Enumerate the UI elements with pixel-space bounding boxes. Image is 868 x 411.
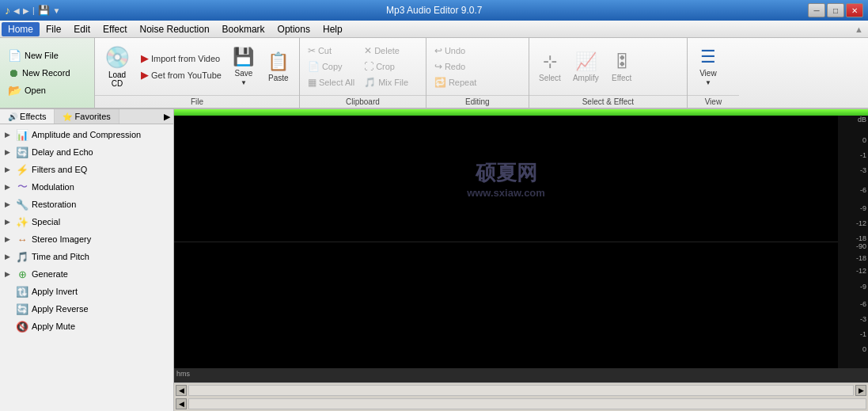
select-all-button[interactable]: ▦ Select All	[305, 75, 358, 89]
app-title: Mp3 Audio Editor 9.0.7	[61, 5, 808, 16]
copy-button[interactable]: 📄 Copy	[305, 59, 358, 74]
crop-icon: ⛶	[364, 61, 373, 72]
waveform-bottom-channel	[174, 242, 838, 368]
select-button[interactable]: ⊹ Select	[534, 49, 566, 85]
undo-icon: ↩	[434, 45, 442, 56]
effect-filters[interactable]: ▶ ⚡ Filters and EQ	[0, 161, 173, 178]
ribbon-section-editing: ↩ Undo ↪ Redo 🔁 Repeat Editing	[426, 38, 529, 108]
scrollbar-area: ◀ ▶	[174, 382, 868, 397]
file-section-content: 💿 LoadCD ▶ Import from Video ▶ Get from …	[95, 38, 299, 95]
mix-file-button[interactable]: 🎵 Mix File	[361, 75, 411, 89]
new-record-button[interactable]: ⏺ New Record	[5, 65, 89, 81]
get-youtube-button[interactable]: ▶ Get from YouTube	[138, 67, 225, 82]
import-video-button[interactable]: ▶ Import from Video	[138, 51, 225, 66]
maximize-button[interactable]: □	[827, 3, 844, 17]
menu-noise[interactable]: Noise Reduction	[134, 22, 216, 36]
effect-stereo[interactable]: ▶ ↔ Stereo Imagery	[0, 230, 173, 248]
waveform-top-channel: 硕夏网 www.sxiaw.com	[174, 116, 838, 242]
timeline-hms: hms	[174, 370, 192, 378]
save-button[interactable]: 💾 Save ▼	[228, 44, 260, 89]
expand-arrow: ▶	[5, 235, 13, 243]
view-icon: ☰	[700, 47, 716, 67]
amplify-icon: 📈	[575, 51, 597, 72]
file-section-label: File	[95, 95, 299, 108]
ribbon-section-clipboard: ✂ Cut 📄 Copy ▦ Select All ✕ Delete	[300, 38, 426, 108]
scroll-track-2[interactable]	[188, 398, 866, 409]
view-button[interactable]: ☰ View ▼	[692, 44, 724, 89]
view-dropdown-arrow: ▼	[705, 79, 711, 86]
editing-section-content: ↩ Undo ↪ Redo 🔁 Repeat	[426, 38, 529, 95]
scroll-left-button[interactable]: ◀	[176, 385, 187, 396]
tab-favorites[interactable]: ⭐ Favorites	[55, 109, 119, 124]
special-icon: ✨	[16, 215, 28, 228]
paste-icon: 📋	[267, 51, 289, 72]
effect-time-pitch[interactable]: ▶ 🎵 Time and Pitch	[0, 248, 173, 265]
effect-generate[interactable]: ▶ ⊕ Generate	[0, 265, 173, 283]
scroll-track[interactable]	[188, 385, 854, 396]
tab-effects[interactable]: 🔊 Effects	[0, 109, 55, 124]
open-button[interactable]: 📂 Open	[5, 82, 89, 98]
app-icon: ♪	[5, 4, 10, 17]
amplify-button[interactable]: 📈 Amplify	[569, 49, 603, 85]
menu-file[interactable]: File	[40, 22, 67, 36]
save-dropdown-arrow: ▼	[241, 79, 247, 86]
waveform-progress-fill	[174, 109, 868, 116]
expand-arrow: ▶	[5, 270, 13, 278]
load-cd-button[interactable]: 💿 LoadCD	[100, 43, 135, 90]
title-bar: ♪ ◀ ▶ | 💾 ▼ Mp3 Audio Editor 9.0.7 ─ □ ✕	[0, 0, 868, 21]
quick-access: 📄 New File ⏺ New Record 📂 Open	[0, 38, 95, 108]
ribbon: 📄 New File ⏺ New Record 📂 Open 💿 LoadCD …	[0, 38, 868, 109]
effect-apply-reverse[interactable]: ▶ 🔄 Apply Reverse	[0, 300, 173, 318]
clipboard-section-label: Clipboard	[300, 95, 426, 108]
new-file-button[interactable]: 📄 New File	[5, 48, 89, 63]
expand-arrow: ▶	[5, 148, 13, 156]
save-icon: 💾	[233, 47, 254, 67]
mix-icon: 🎵	[364, 77, 376, 88]
minimize-button[interactable]: ─	[808, 3, 825, 17]
ribbon-collapse[interactable]: ▲	[855, 25, 866, 34]
new-file-icon: 📄	[8, 49, 21, 62]
menu-help[interactable]: Help	[316, 22, 349, 36]
waveform-progress-bar	[174, 109, 868, 116]
favorites-tab-icon: ⭐	[63, 112, 72, 121]
timeline: hms 1 2 3 4 5 6 7 8 9	[174, 368, 868, 382]
effect-apply-invert[interactable]: ▶ 🔃 Apply Invert	[0, 283, 173, 300]
clipboard-col2: ✕ Delete ⛶ Crop 🎵 Mix File	[361, 44, 411, 89]
waveform-main: 硕夏网 www.sxiaw.com dB 0 -1 -3 -6 -9 -12 -…	[174, 116, 868, 368]
menu-home[interactable]: Home	[2, 22, 40, 36]
effect-button[interactable]: 🎛 Effect	[606, 49, 638, 85]
effect-special[interactable]: ▶ ✨ Special	[0, 213, 173, 230]
effect-restoration[interactable]: ▶ 🔧 Restoration	[0, 196, 173, 213]
undo-button[interactable]: ↩ Undo	[431, 44, 479, 58]
waveform-canvas[interactable]: 硕夏网 www.sxiaw.com	[174, 116, 838, 368]
expand-arrow: ▶	[5, 200, 13, 208]
delete-button[interactable]: ✕ Delete	[361, 44, 411, 58]
effect-delay[interactable]: ▶ 🔄 Delay and Echo	[0, 143, 173, 161]
effect-icon: 🎛	[613, 51, 631, 72]
crop-button[interactable]: ⛶ Crop	[361, 59, 411, 74]
redo-button[interactable]: ↪ Redo	[431, 59, 479, 74]
paste-button[interactable]: 📋 Paste	[263, 49, 294, 85]
expand-arrow: ▶	[5, 166, 13, 173]
effect-amplitude[interactable]: ▶ 📊 Amplitude and Compression	[0, 126, 173, 143]
effect-modulation[interactable]: ▶ 〜 Modulation	[0, 178, 173, 196]
cut-button[interactable]: ✂ Cut	[305, 44, 358, 58]
toolbar-more[interactable]: ▼	[53, 6, 61, 15]
repeat-button[interactable]: 🔁 Repeat	[431, 75, 479, 89]
redo-icon: ↪	[434, 61, 442, 72]
close-button[interactable]: ✕	[846, 3, 863, 17]
menu-effect[interactable]: Effect	[97, 22, 133, 36]
expand-arrow: ▶	[5, 218, 13, 226]
clipboard-section-content: ✂ Cut 📄 Copy ▦ Select All ✕ Delete	[300, 38, 426, 95]
ribbon-section-view: ☰ View ▼ View	[688, 38, 739, 108]
menu-options[interactable]: Options	[271, 22, 316, 36]
menu-edit[interactable]: Edit	[67, 22, 97, 36]
invert-icon: 🔃	[16, 285, 28, 298]
menu-bookmark[interactable]: Bookmark	[216, 22, 271, 36]
scroll-right-button[interactable]: ▶	[855, 385, 866, 396]
effect-apply-mute[interactable]: ▶ 🔇 Apply Mute	[0, 318, 173, 335]
toolbar-save-icon[interactable]: 💾	[38, 5, 50, 16]
scroll-left-button-2[interactable]: ◀	[176, 398, 187, 409]
new-record-icon: ⏺	[8, 67, 19, 79]
panel-nav-arrow[interactable]: ▶	[161, 110, 173, 124]
